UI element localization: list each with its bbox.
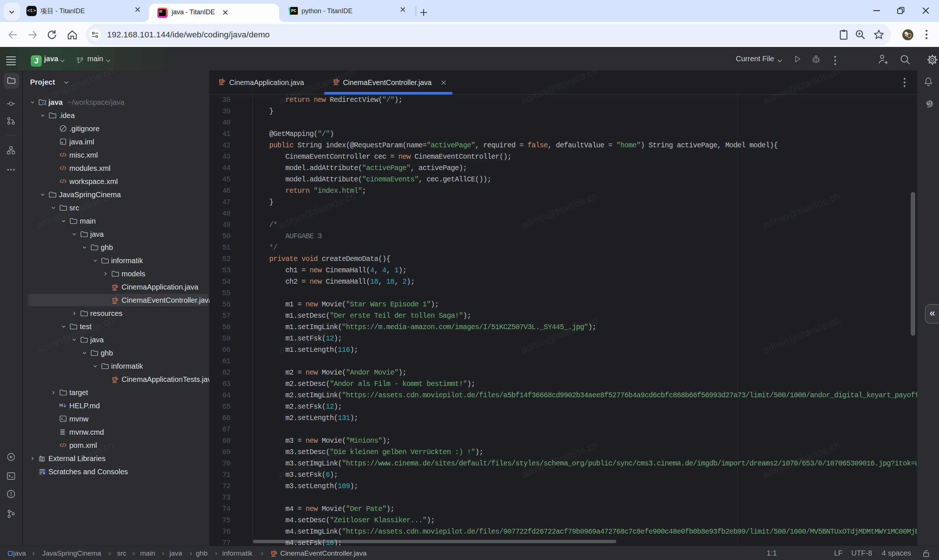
svg-text:PC: PC — [291, 9, 296, 13]
